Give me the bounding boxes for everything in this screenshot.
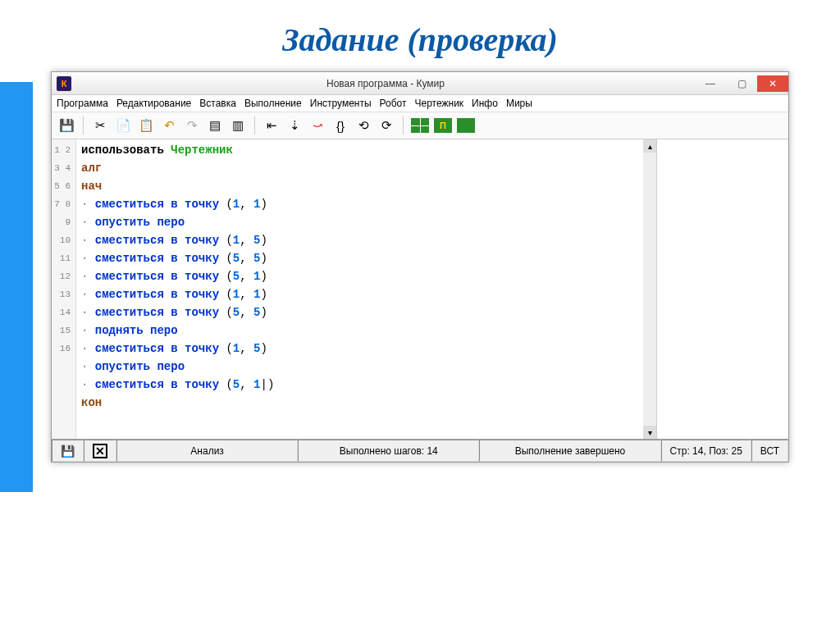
titlebar[interactable]: К Новая программа - Кумир — ▢ ✕ — [52, 72, 788, 95]
scroll-down-icon[interactable]: ▾ — [643, 426, 656, 439]
slide-title: Задание (проверка) — [0, 0, 840, 71]
code-content[interactable]: использовать Чертежник алг нач · сместит… — [76, 139, 643, 439]
toolbar: 💾 ✂ 📄 📋 ↶ ↷ ▤ ▥ ⇤ ⇣ ⤻ {} ⟲ ⟳ П — [52, 112, 788, 139]
maximize-button[interactable]: ▢ — [726, 75, 757, 92]
separator — [254, 116, 255, 134]
status-close-icon[interactable]: ✕ — [84, 440, 116, 462]
slide-accent-bar — [0, 82, 33, 492]
brace2-icon[interactable]: ⟲ — [354, 116, 373, 135]
menu-worlds[interactable]: Миры — [506, 98, 532, 109]
grid-solid-icon[interactable] — [456, 116, 476, 135]
menu-insert[interactable]: Вставка — [199, 98, 236, 109]
app-icon: К — [57, 76, 71, 91]
menu-drawer[interactable]: Чертежник — [415, 98, 464, 109]
menu-program[interactable]: Программа — [57, 98, 108, 109]
brace3-icon[interactable]: ⟳ — [377, 116, 396, 135]
minimize-button[interactable]: — — [695, 75, 726, 92]
grid-pi-icon[interactable]: П — [433, 116, 453, 135]
undo-icon[interactable]: ↶ — [159, 116, 179, 135]
copy-icon[interactable]: 📄 — [113, 116, 133, 135]
scroll-up-icon[interactable]: ▴ — [643, 139, 656, 153]
menu-tools[interactable]: Инструменты — [310, 98, 372, 109]
status-done: Выполнение завершено — [479, 440, 660, 462]
menu-edit[interactable]: Редактирование — [116, 98, 191, 109]
status-position: Стр: 14, Поз: 25 — [661, 440, 751, 462]
code-editor[interactable]: 1 2 3 4 5 6 7 8 9 10 11 12 13 14 15 16 и… — [52, 139, 657, 439]
menu-info[interactable]: Инфо — [472, 98, 498, 109]
close-button[interactable]: ✕ — [757, 75, 788, 92]
side-panel — [657, 139, 788, 439]
doc1-icon[interactable]: ▤ — [205, 116, 225, 135]
status-mode: ВСТ — [751, 440, 788, 462]
run-icon[interactable]: ⤻ — [308, 116, 327, 135]
scrollbar[interactable]: ▴ ▾ — [643, 139, 656, 439]
statusbar: 💾 ✕ Анализ Выполнено шагов: 14 Выполнени… — [52, 439, 788, 462]
separator — [83, 116, 84, 134]
paste-icon[interactable]: 📋 — [136, 116, 156, 135]
save-icon[interactable]: 💾 — [57, 116, 76, 135]
step-in-icon[interactable]: ⇣ — [285, 116, 304, 135]
brace1-icon[interactable]: {} — [331, 116, 350, 135]
separator — [403, 116, 404, 134]
work-area: 1 2 3 4 5 6 7 8 9 10 11 12 13 14 15 16 и… — [52, 139, 788, 439]
menu-run[interactable]: Выполнение — [244, 98, 302, 109]
cut-icon[interactable]: ✂ — [90, 116, 110, 135]
grid-icon[interactable] — [410, 116, 430, 135]
app-window: К Новая программа - Кумир — ▢ ✕ Программ… — [51, 71, 789, 463]
menubar: Программа Редактирование Вставка Выполне… — [52, 95, 788, 112]
status-save-icon[interactable]: 💾 — [52, 440, 84, 462]
doc2-icon[interactable]: ▥ — [228, 116, 248, 135]
line-gutter: 1 2 3 4 5 6 7 8 9 10 11 12 13 14 15 16 — [52, 139, 76, 439]
menu-robot[interactable]: Робот — [380, 98, 407, 109]
window-title: Новая программа - Кумир — [76, 78, 695, 89]
step-back-icon[interactable]: ⇤ — [262, 116, 281, 135]
status-steps: Выполнено шагов: 14 — [298, 440, 479, 462]
redo-icon[interactable]: ↷ — [182, 116, 202, 135]
status-analysis[interactable]: Анализ — [116, 440, 298, 462]
